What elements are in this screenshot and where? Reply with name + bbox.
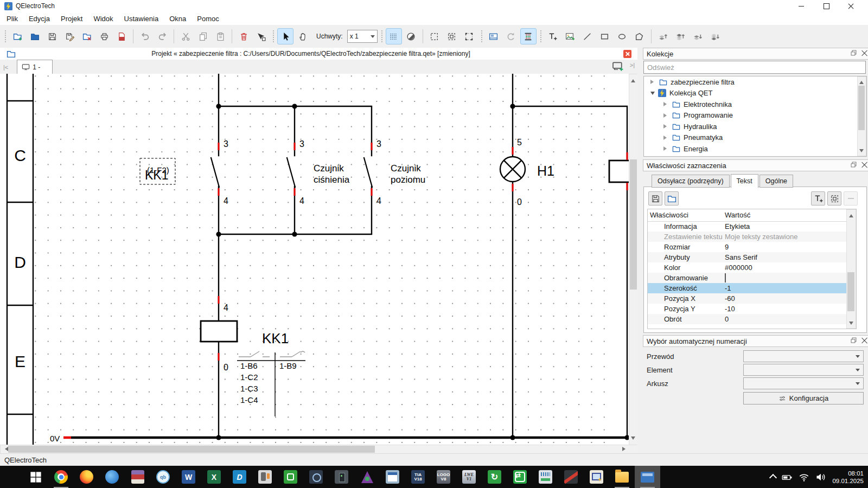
tree-item-project[interactable]: zabezpieczenie filtra	[644, 76, 866, 88]
add-polygon-button[interactable]	[631, 28, 648, 44]
element-numbering-select[interactable]	[743, 364, 864, 376]
scroll-down-icon[interactable]	[859, 149, 864, 155]
export-pdf-button[interactable]	[113, 28, 130, 44]
taskbar-icon-logo-soft[interactable]: LOGOV8	[431, 466, 456, 488]
prop-row-atrybuty[interactable]: Atrybuty Sans Serif	[648, 252, 846, 262]
tab-tekst[interactable]: Tekst	[731, 174, 758, 188]
selected-text-item[interactable]: (1-F2) KK1	[140, 158, 175, 184]
prop-row-kolor[interactable]: Kolor #000000	[648, 262, 846, 273]
taskbar-icon-qelectrotech[interactable]	[635, 466, 660, 488]
chevron-right-icon[interactable]	[663, 102, 669, 106]
open-project-button[interactable]	[27, 28, 43, 44]
chevron-down-icon[interactable]	[650, 92, 655, 97]
tabs-scroll-left-button[interactable]: |<	[0, 64, 10, 74]
frame-checkbox[interactable]	[725, 273, 726, 282]
remove-text-button[interactable]	[844, 191, 858, 206]
close-project-button[interactable]	[79, 28, 95, 44]
toolbar-handle[interactable]	[380, 29, 383, 43]
configuration-button[interactable]: Konfiguracja	[743, 392, 864, 404]
toolbar-handle[interactable]	[272, 29, 275, 43]
grid-toggle-button[interactable]	[386, 28, 402, 44]
chevron-right-icon[interactable]	[663, 124, 669, 129]
maximize-button[interactable]	[814, 0, 839, 12]
lamp-h1[interactable]	[500, 157, 525, 182]
tree-scroll-thumb[interactable]	[858, 86, 865, 130]
toolbar-handle[interactable]	[4, 29, 7, 43]
taskbar-icon-tia-portal[interactable]: TIAV18	[405, 466, 431, 488]
handles-select[interactable]: x 1	[347, 30, 378, 43]
tray-overflow-chevron[interactable]	[769, 474, 777, 481]
menu-widok[interactable]: Widok	[88, 13, 118, 24]
collections-filter-input[interactable]	[643, 61, 866, 74]
add-ellipse-button[interactable]	[614, 28, 630, 44]
tree-item-qet-collection[interactable]: Kolekcja QET	[644, 88, 866, 99]
prop-row-rozmiar[interactable]: Rozmiar 9	[648, 242, 846, 252]
close-panel-icon[interactable]	[861, 162, 867, 168]
table-scrollbar[interactable]	[846, 209, 856, 329]
raise-button[interactable]	[655, 28, 671, 44]
menu-okna[interactable]: Okna	[164, 13, 192, 24]
tree-item-elektrotechnika[interactable]: Elektrotechnika	[644, 99, 866, 110]
menu-pomoc[interactable]: Pomoc	[192, 13, 224, 24]
selection-mode3-button[interactable]	[461, 28, 477, 44]
add-image-button[interactable]	[562, 28, 578, 44]
conductor-numbering-select[interactable]	[743, 350, 864, 362]
toolbar-handle[interactable]	[539, 29, 542, 43]
collections-panel-header[interactable]: Kolekcje	[643, 48, 868, 60]
menu-plik[interactable]: Plik	[1, 13, 23, 24]
chevron-right-icon[interactable]	[663, 146, 669, 151]
taskbar-icon-usb-programmer[interactable]	[329, 466, 354, 488]
load-text-config-button[interactable]	[665, 191, 679, 206]
prop-row-pozycja-x[interactable]: Pozycja X -60	[648, 293, 846, 304]
tab-ogolne[interactable]: Ogólne	[760, 175, 793, 188]
add-sheet-button[interactable]	[612, 61, 623, 72]
minimize-button[interactable]	[789, 0, 814, 12]
float-panel-icon[interactable]	[850, 337, 857, 344]
tree-item-hydraulika[interactable]: Hydraulika	[644, 121, 866, 132]
selection-properties-header[interactable]: Właściwości zaznaczenia	[643, 159, 868, 171]
drag-paste-button[interactable]	[253, 28, 269, 44]
add-rectangle-button[interactable]	[597, 28, 613, 44]
taskbar-start-button[interactable]	[23, 466, 48, 488]
taskbar-icon-firefox[interactable]	[74, 466, 99, 488]
battery-icon[interactable]	[782, 472, 793, 483]
schematic[interactable]: C D E (1-F2)	[0, 74, 629, 445]
taskbar-icon-gauge-tool[interactable]	[303, 466, 329, 488]
scroll-up-icon[interactable]	[631, 77, 635, 82]
diagram-canvas[interactable]: C D E (1-F2)	[0, 74, 629, 445]
taskbar-icon-winrar[interactable]	[125, 466, 150, 488]
chevron-right-icon[interactable]	[663, 136, 669, 140]
prop-row-obrot[interactable]: Obrót 0	[648, 314, 846, 324]
add-text-button[interactable]	[545, 28, 561, 44]
taskbar-icon-chrome[interactable]	[48, 466, 74, 488]
tab-odsylacz[interactable]: Odsyłacz (podrzędny)	[652, 175, 730, 188]
lower-to-bottom-button[interactable]	[707, 28, 723, 44]
save-as-button[interactable]	[61, 28, 78, 44]
taskbar-icon-red-tool[interactable]	[558, 466, 584, 488]
add-text-field-button[interactable]	[811, 191, 825, 206]
sheet-numbering-select[interactable]	[743, 377, 864, 389]
selection-mode1-button[interactable]	[426, 28, 443, 44]
rotate-button[interactable]	[503, 28, 519, 44]
menu-ustawienia[interactable]: Ustawienia	[119, 13, 164, 24]
taskbar-icon-qbittorrent[interactable]: qb	[150, 466, 176, 488]
scroll-up-icon[interactable]	[849, 212, 853, 217]
numbering-panel-header[interactable]: Wybór automatycznej numeracji	[643, 335, 868, 347]
volume-icon[interactable]	[815, 472, 826, 483]
right-edge-coil[interactable]	[609, 160, 629, 182]
tree-item-programowanie[interactable]: Programowanie	[644, 110, 866, 121]
taskbar-icon-word[interactable]: W	[176, 466, 201, 488]
relay-coil-kk1[interactable]	[201, 321, 237, 342]
wifi-icon[interactable]	[799, 472, 809, 483]
taskbar-icon-lwe-tool[interactable]: LWEV1	[456, 466, 482, 488]
taskbar-icon-pc-link[interactable]	[584, 466, 609, 488]
pan-mode-button[interactable]	[295, 28, 311, 44]
toolbar-handle[interactable]	[480, 29, 483, 43]
taskbar-clock[interactable]: 08:01 09.01.2025	[832, 470, 864, 485]
sheet-tab-1[interactable]: 1 -	[17, 60, 53, 74]
selection-mode2-button[interactable]	[444, 28, 460, 44]
menu-edycja[interactable]: Edycja	[23, 13, 55, 24]
chevron-right-icon[interactable]	[650, 80, 656, 84]
tree-item-pneumatyka[interactable]: Pneumatyka	[644, 132, 866, 144]
contrast-button[interactable]	[403, 28, 419, 44]
